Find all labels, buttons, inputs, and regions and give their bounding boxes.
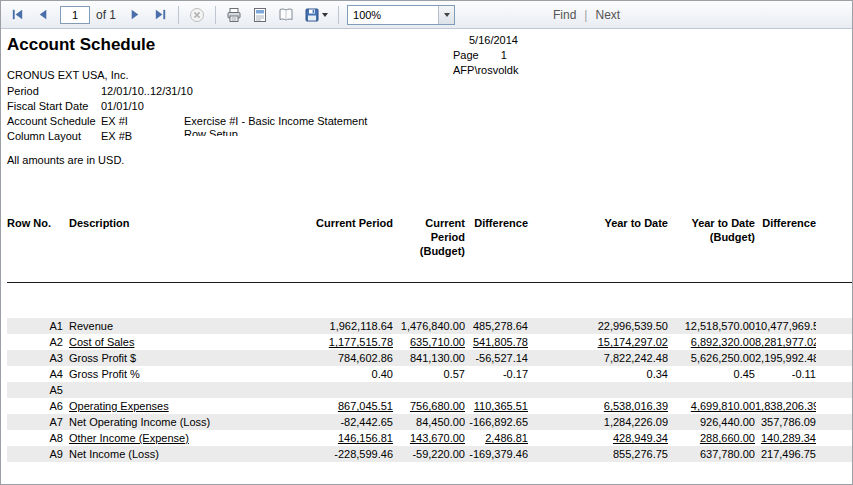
- field-label: Period: [7, 84, 101, 99]
- row-value: 1,284,226.09: [528, 414, 668, 430]
- row-value: 635,710.00: [393, 334, 465, 350]
- field-column-layout: Column LayoutEX #B: [7, 129, 848, 144]
- row-value: [755, 382, 816, 398]
- cancel-rendering-button[interactable]: [185, 4, 209, 26]
- find-controls: Find | Next: [553, 8, 620, 22]
- report-title: Account Schedule: [7, 35, 848, 55]
- header-difference-1: Difference: [465, 216, 528, 258]
- page-setup-button[interactable]: [274, 4, 298, 26]
- table-row: A5: [7, 382, 852, 398]
- header-rule: [7, 258, 852, 282]
- report-viewer-window: of 1 100% Find |: [0, 0, 853, 485]
- row-value: 2,195,992.48: [755, 350, 816, 366]
- zoom-dropdown[interactable]: 100%: [347, 5, 455, 25]
- previous-page-icon: [36, 7, 51, 22]
- field-value: EX #B: [101, 129, 132, 144]
- row-value: 0.57: [393, 366, 465, 382]
- row-no: A7: [7, 414, 63, 430]
- row-description: Operating Expenses: [63, 398, 315, 414]
- page-setup-icon: [278, 7, 294, 23]
- table-row: A3 Gross Profit $ 784,602.86 841,130.00 …: [7, 350, 852, 366]
- row-no: A8: [7, 430, 63, 446]
- table-row: A7 Net Operating Income (Loss) -82,442.6…: [7, 414, 852, 430]
- row-value: 5,626,250.00: [668, 350, 755, 366]
- header-row-no: Row No.: [7, 216, 63, 258]
- field-label: Fiscal Start Date: [7, 99, 101, 114]
- row-value: 428,949.34: [528, 430, 668, 446]
- find-next-button[interactable]: Next: [595, 8, 620, 22]
- row-value: -56,527.14: [465, 350, 528, 366]
- table-row: A2 Cost of Sales 1,177,515.78 635,710.00…: [7, 334, 852, 350]
- row-value: -228,599.46: [315, 446, 393, 462]
- row-no: A4: [7, 366, 63, 382]
- current-page-input[interactable]: [60, 6, 90, 24]
- row-description: Net Operating Income (Loss): [63, 414, 315, 430]
- row-no: A2: [7, 334, 63, 350]
- row-value: 15,174,297.02: [528, 334, 668, 350]
- field-period: Period12/01/10..12/31/10: [7, 84, 848, 99]
- table-row: A9 Net Income (Loss) -228,599.46 -59,220…: [7, 446, 852, 462]
- export-save-button[interactable]: [300, 4, 332, 26]
- previous-page-button[interactable]: [31, 4, 55, 26]
- toolbar-separator: [338, 6, 339, 24]
- report-fields: Period12/01/10..12/31/10 Fiscal Start Da…: [7, 84, 848, 144]
- row-value: 4,699,810.00: [668, 398, 755, 414]
- next-page-icon: [127, 7, 142, 22]
- table-body: A1 Revenue 1,962,118.64 1,476,840.00 485…: [7, 318, 852, 462]
- zoom-dropdown-arrow-icon[interactable]: [438, 6, 454, 24]
- row-description: Net Income (Loss): [63, 446, 315, 462]
- field-label: Account Schedule: [7, 114, 101, 129]
- field-account-schedule: Account ScheduleEX #I Exercise #I - Basi…: [7, 114, 848, 129]
- row-value: 1,838,206.39: [755, 398, 816, 414]
- row-value: 140,289.34: [755, 430, 816, 446]
- row-value: 1,962,118.64: [315, 318, 393, 334]
- row-description: [63, 382, 315, 398]
- header-difference-2: Difference: [755, 216, 816, 258]
- row-value: 357,786.09: [755, 414, 816, 430]
- page-number: 1: [501, 49, 507, 61]
- page-count-label: of 1: [96, 8, 116, 22]
- first-page-button[interactable]: [5, 4, 29, 26]
- field-value: 12/01/10..12/31/10: [101, 84, 193, 99]
- row-value: 1,476,840.00: [393, 318, 465, 334]
- last-page-icon: [153, 7, 168, 22]
- next-page-button[interactable]: [122, 4, 146, 26]
- row-value: 784,602.86: [315, 350, 393, 366]
- row-description: Cost of Sales: [63, 334, 315, 350]
- report-user: AFP\rosvoldk: [453, 63, 518, 78]
- find-button[interactable]: Find: [553, 8, 576, 22]
- row-value: 10,477,969.50: [755, 318, 816, 334]
- row-value: 637,780.00: [668, 446, 755, 462]
- row-value: 22,996,539.50: [528, 318, 668, 334]
- row-value: 1,177,515.78: [315, 334, 393, 350]
- row-value: 2,486.81: [465, 430, 528, 446]
- row-value: [465, 382, 528, 398]
- row-description: Revenue: [63, 318, 315, 334]
- print-button[interactable]: [222, 4, 246, 26]
- field-label: Column Layout: [7, 129, 101, 144]
- export-dropdown-caret-icon: [322, 13, 328, 17]
- row-value: -0.17: [465, 366, 528, 382]
- row-value: [315, 382, 393, 398]
- row-value: 8,281,977.02: [755, 334, 816, 350]
- row-value: 867,045.51: [315, 398, 393, 414]
- row-value: -59,220.00: [393, 446, 465, 462]
- print-layout-button[interactable]: [248, 4, 272, 26]
- save-icon: [304, 7, 320, 23]
- row-value: 7,822,242.48: [528, 350, 668, 366]
- row-no: A5: [7, 382, 63, 398]
- row-value: 541,805.78: [465, 334, 528, 350]
- row-no: A3: [7, 350, 63, 366]
- printer-icon: [226, 7, 242, 23]
- row-value: 110,365.51: [465, 398, 528, 414]
- last-page-button[interactable]: [148, 4, 172, 26]
- row-value: 217,496.75: [755, 446, 816, 462]
- row-value: [393, 382, 465, 398]
- report-page-line: Page1: [453, 48, 518, 63]
- row-value: 6,892,320.00: [668, 334, 755, 350]
- row-value: 288,660.00: [668, 430, 755, 446]
- row-value: -169,379.46: [465, 446, 528, 462]
- row-value: 926,440.00: [668, 414, 755, 430]
- table-row: A4 Gross Profit % 0.40 0.57 -0.17 0.34 0…: [7, 366, 852, 382]
- report-date: 5/16/2014: [453, 33, 518, 48]
